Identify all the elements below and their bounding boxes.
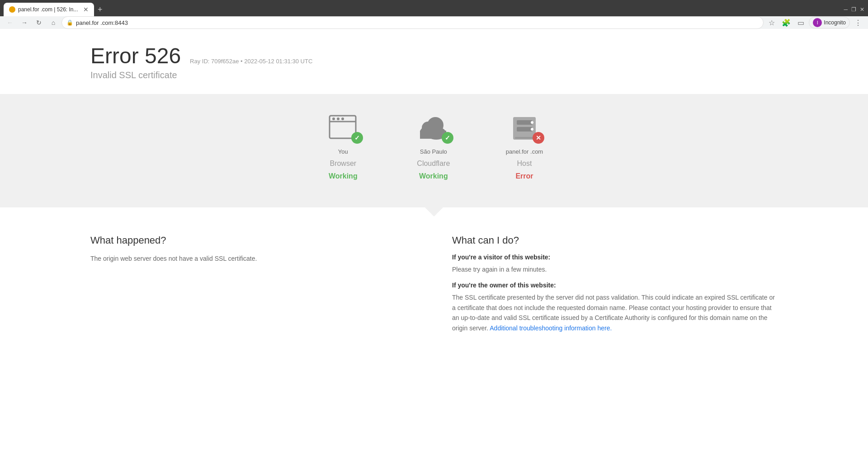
browser-icon-wrapper: ✓ [325,112,361,144]
error-title: Error 526 Ray ID: 709f652ae • 2022-05-12… [90,43,778,68]
browser-component: Browser [330,160,356,168]
svg-point-2 [332,118,335,120]
status-item-host: ✕ panel.for .com Host Error [506,112,543,180]
info-section: What happened? The origin web server doe… [0,207,868,357]
browser-status-badge: ✓ [351,132,363,144]
cloudflare-state: Working [419,172,448,180]
tab-close-button[interactable]: ✕ [83,6,89,13]
status-item-cloudflare: ✓ São Paulo Cloudflare Working [415,112,452,180]
close-button[interactable]: ✕ [860,6,864,13]
active-tab[interactable]: panel.for .com | 526: In... ✕ [4,3,94,16]
restore-button[interactable]: ❐ [851,6,856,13]
profile-button[interactable]: I Incognito [809,17,850,28]
error-header: Error 526 Ray ID: 709f652ae • 2022-05-12… [0,25,868,94]
refresh-button[interactable]: ↻ [33,16,45,29]
forward-button[interactable]: → [18,16,31,29]
svg-point-13 [531,121,533,124]
address-bar[interactable]: 🔒 panel.for .com:8443 [61,16,764,29]
troubleshooting-link[interactable]: Additional troubleshooting information h… [490,324,612,332]
svg-point-3 [337,118,340,120]
error-subtitle: Invalid SSL certificate [90,70,778,80]
cloudflare-component: Cloudflare [417,160,450,168]
extensions-button[interactable]: 🧩 [780,16,793,29]
owner-label: If you're the owner of this website: [452,282,778,289]
host-status-badge: ✕ [533,132,544,144]
ray-id: Ray ID: 709f652ae • 2022-05-12 01:31:30 … [190,58,312,65]
address-text: panel.for .com:8443 [76,19,759,26]
browser-state: Working [329,172,358,180]
what-happened-col: What happened? The origin web server doe… [90,235,416,338]
lock-icon: 🔒 [66,19,73,26]
browser-location: You [338,148,348,155]
host-state: Error [515,172,533,180]
tab-favicon [9,6,15,13]
home-button[interactable]: ⌂ [47,16,60,29]
host-icon-wrapper: ✕ [506,112,542,144]
what-happened-title: What happened? [90,235,416,246]
owner-body: The SSL certificate presented by the ser… [452,292,778,333]
split-screen-button[interactable]: ▭ [794,16,807,29]
menu-button[interactable]: ⋮ [852,16,864,29]
cloudflare-location: São Paulo [420,148,447,155]
cloudflare-icon-wrapper: ✓ [415,112,452,144]
profile-avatar: I [813,18,822,27]
bookmark-button[interactable]: ☆ [765,16,778,29]
tab-bar: panel.for .com | 526: In... ✕ + ─ ❐ ✕ [0,0,868,16]
what-can-i-do-title: What can I do? [452,235,778,246]
error-code: Error 526 [90,43,181,68]
svg-rect-15 [515,137,534,139]
profile-label: Incognito [824,19,846,26]
new-tab-button[interactable]: + [94,5,106,14]
cloudflare-status-badge: ✓ [442,132,453,144]
minimize-button[interactable]: ─ [844,6,848,13]
what-happened-body: The origin web server does not have a va… [90,254,416,263]
nav-bar: ← → ↻ ⌂ 🔒 panel.for .com:8443 ☆ 🧩 ▭ I In… [0,16,868,29]
status-item-browser: ✓ You Browser Working [325,112,361,180]
host-location: panel.for .com [506,148,543,155]
right-nav: ☆ 🧩 ▭ I Incognito ⋮ [765,16,864,29]
visitor-body: Please try again in a few minutes. [452,264,778,274]
browser-chrome: panel.for .com | 526: In... ✕ + ─ ❐ ✕ ← … [0,0,868,25]
back-button[interactable]: ← [4,16,16,29]
status-section: ✓ You Browser Working ✓ São Paulo Cloudf… [0,94,868,207]
svg-rect-11 [517,120,532,125]
svg-point-14 [531,128,533,131]
svg-point-4 [341,118,344,120]
what-can-i-do-col: What can I do? If you're a visitor of th… [452,235,778,338]
visitor-label: If you're a visitor of this website: [452,254,778,261]
tab-title: panel.for .com | 526: In... [18,6,80,13]
host-component: Host [517,160,532,168]
page-content: Error 526 Ray ID: 709f652ae • 2022-05-12… [0,25,868,470]
svg-rect-12 [517,127,532,132]
